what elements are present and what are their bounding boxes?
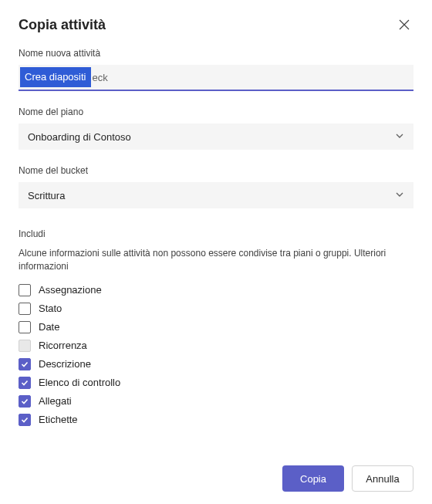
- include-note-text: Alcune informazioni sulle attività non p…: [19, 248, 354, 259]
- include-heading: Includi: [19, 228, 413, 239]
- include-note: Alcune informazioni sulle attività non p…: [19, 247, 413, 273]
- bucket-name-select[interactable]: Scrittura: [19, 182, 413, 208]
- include-option[interactable]: Stato: [19, 303, 413, 315]
- include-options: AssegnazioneStatoDateRicorrenzaDescrizio…: [19, 284, 413, 426]
- checkbox[interactable]: [19, 395, 31, 408]
- include-option-label: Elenco di controllo: [39, 377, 120, 388]
- checkbox[interactable]: [19, 321, 31, 333]
- chevron-down-icon: [395, 130, 404, 144]
- plan-name-value: Onboarding di Contoso: [28, 131, 131, 143]
- include-option[interactable]: Date: [19, 321, 413, 333]
- plan-name-label: Nome del piano: [19, 107, 413, 117]
- include-option[interactable]: Elenco di controllo: [19, 377, 413, 389]
- include-option-label: Ricorrenza: [39, 340, 87, 351]
- include-option: Ricorrenza: [19, 340, 413, 352]
- include-option-label: Stato: [39, 303, 62, 314]
- include-option[interactable]: Assegnazione: [19, 284, 413, 296]
- close-icon: [399, 19, 410, 30]
- task-name-selection: Crea diapositi: [20, 67, 91, 87]
- checkbox: [19, 340, 31, 352]
- include-option-label: Assegnazione: [39, 284, 102, 296]
- plan-name-select[interactable]: Onboarding di Contoso: [19, 123, 413, 150]
- bucket-name-field: Nome del bucket Scrittura: [19, 165, 413, 208]
- copy-button[interactable]: Copia: [282, 465, 344, 492]
- dialog-footer: Copia Annulla: [19, 453, 413, 492]
- include-option-label: Allegati: [39, 395, 72, 407]
- include-section: Includi Alcune informazioni sulle attivi…: [19, 228, 413, 426]
- include-option[interactable]: Etichette: [19, 414, 413, 426]
- plan-name-field: Nome del piano Onboarding di Contoso: [19, 107, 413, 150]
- close-button[interactable]: [395, 15, 413, 34]
- bucket-name-label: Nome del bucket: [19, 165, 413, 176]
- task-name-suffix: eck: [91, 69, 110, 86]
- cancel-button[interactable]: Annulla: [352, 465, 413, 492]
- include-option[interactable]: Descrizione: [19, 358, 413, 370]
- check-icon: [21, 397, 29, 405]
- dialog-header: Copia attività: [19, 15, 413, 34]
- task-name-field: Nome nuova attività Crea diapositieck: [19, 48, 413, 91]
- check-icon: [21, 416, 29, 424]
- checkbox[interactable]: [19, 377, 31, 389]
- check-icon: [21, 379, 29, 387]
- bucket-name-value: Scrittura: [28, 190, 65, 201]
- include-option-label: Descrizione: [39, 358, 91, 370]
- check-icon: [21, 360, 29, 368]
- checkbox[interactable]: [19, 414, 31, 426]
- checkbox[interactable]: [19, 303, 31, 315]
- chevron-down-icon: [395, 188, 404, 202]
- checkbox[interactable]: [19, 358, 31, 370]
- dialog-title: Copia attività: [19, 17, 106, 33]
- task-name-input[interactable]: Crea diapositieck: [19, 65, 413, 91]
- include-option[interactable]: Allegati: [19, 395, 413, 408]
- checkbox[interactable]: [19, 284, 31, 296]
- include-option-label: Date: [39, 321, 59, 333]
- include-option-label: Etichette: [39, 414, 78, 425]
- copy-task-dialog: Copia attività Nome nuova attività Crea …: [0, 0, 432, 504]
- task-name-label: Nome nuova attività: [19, 48, 413, 59]
